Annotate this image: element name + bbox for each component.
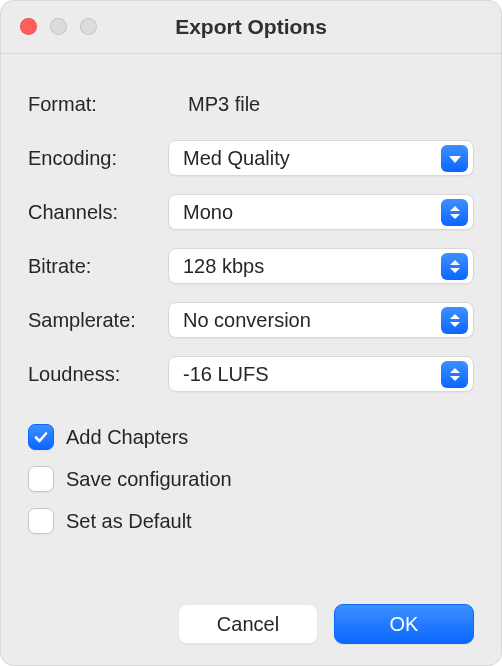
channels-select[interactable]: Mono [168, 194, 474, 230]
checkmark-icon [33, 429, 49, 445]
updown-icon [441, 361, 468, 388]
add-chapters-row: Add Chapters [28, 424, 474, 450]
bitrate-select[interactable]: 128 kbps [168, 248, 474, 284]
encoding-row: Encoding: Med Quality [28, 138, 474, 178]
bitrate-label: Bitrate: [28, 255, 168, 278]
save-config-label: Save configuration [66, 468, 232, 491]
updown-icon [441, 253, 468, 280]
loudness-label: Loudness: [28, 363, 168, 386]
format-value: MP3 file [168, 93, 260, 116]
window-controls [20, 18, 97, 35]
updown-icon [441, 307, 468, 334]
set-default-checkbox[interactable] [28, 508, 54, 534]
save-config-checkbox[interactable] [28, 466, 54, 492]
updown-icon [441, 199, 468, 226]
set-default-row: Set as Default [28, 508, 474, 534]
add-chapters-label: Add Chapters [66, 426, 188, 449]
samplerate-select-value: No conversion [183, 309, 311, 332]
samplerate-label: Samplerate: [28, 309, 168, 332]
channels-label: Channels: [28, 201, 168, 224]
zoom-window-button [80, 18, 97, 35]
cancel-button[interactable]: Cancel [178, 604, 318, 644]
set-default-label: Set as Default [66, 510, 192, 533]
format-label: Format: [28, 93, 168, 116]
ok-button[interactable]: OK [334, 604, 474, 644]
bitrate-select-value: 128 kbps [183, 255, 264, 278]
bitrate-row: Bitrate: 128 kbps [28, 246, 474, 286]
encoding-select[interactable]: Med Quality [168, 140, 474, 176]
samplerate-row: Samplerate: No conversion [28, 300, 474, 340]
loudness-select-value: -16 LUFS [183, 363, 269, 386]
dialog-actions: Cancel OK [0, 596, 502, 666]
dialog-content: Format: MP3 file Encoding: Med Quality C… [0, 54, 502, 596]
loudness-row: Loudness: -16 LUFS [28, 354, 474, 394]
add-chapters-checkbox[interactable] [28, 424, 54, 450]
chevron-down-icon [441, 145, 468, 172]
save-config-row: Save configuration [28, 466, 474, 492]
channels-select-value: Mono [183, 201, 233, 224]
encoding-label: Encoding: [28, 147, 168, 170]
minimize-window-button [50, 18, 67, 35]
encoding-select-value: Med Quality [183, 147, 290, 170]
export-options-dialog: Export Options Format: MP3 file Encoding… [0, 0, 502, 666]
channels-row: Channels: Mono [28, 192, 474, 232]
loudness-select[interactable]: -16 LUFS [168, 356, 474, 392]
close-window-button[interactable] [20, 18, 37, 35]
titlebar: Export Options [0, 0, 502, 54]
format-row: Format: MP3 file [28, 84, 474, 124]
samplerate-select[interactable]: No conversion [168, 302, 474, 338]
